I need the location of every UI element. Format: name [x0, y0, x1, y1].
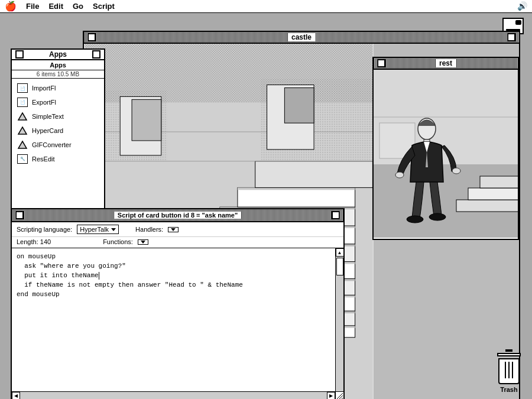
trash-handle: [505, 349, 512, 352]
simpletext-label: SimpleText: [32, 113, 64, 120]
svg-rect-29: [284, 88, 314, 124]
list-item[interactable]: HyperCard: [15, 124, 100, 138]
trash-lid: [497, 353, 521, 356]
apps-header: Apps: [12, 60, 104, 70]
svg-rect-20: [238, 187, 355, 207]
castle-close-button[interactable]: [87, 33, 96, 41]
script-body-container: on mouseUp ask "where are you going?" pu…: [12, 248, 343, 399]
script-controls-row2: Length: 140 Functions:: [12, 237, 343, 248]
apple-menu[interactable]: 🍎: [5, 1, 17, 12]
svg-point-42: [395, 172, 404, 178]
exportfl-icon: 📄: [15, 96, 30, 108]
apps-close-button[interactable]: [15, 50, 24, 59]
gifconverter-label: GIFConverter: [32, 141, 72, 148]
list-item[interactable]: 🔧 ResEdit: [15, 152, 100, 166]
castle-zoom-button[interactable]: [507, 33, 515, 41]
desktop: castle: [0, 13, 532, 399]
castle-titlebar[interactable]: castle: [84, 32, 519, 44]
rest-panel-title-text: rest: [436, 59, 456, 67]
menu-go[interactable]: Go: [73, 2, 83, 11]
svg-marker-46: [18, 113, 27, 120]
hypercard-label: HyperCard: [32, 127, 63, 134]
script-editor[interactable]: on mouseUp ask "where are you going?" pu…: [12, 248, 343, 352]
gifconverter-icon: [15, 139, 30, 151]
apps-subheader: 6 items 10.5 MB: [12, 70, 104, 79]
menu-script[interactable]: Script: [93, 2, 115, 11]
grow-box[interactable]: [335, 391, 343, 399]
svg-rect-21: [238, 187, 355, 190]
script-horizontal-scrollbar[interactable]: ◀ ▶: [12, 391, 335, 399]
list-item[interactable]: 📄 ExportFl: [15, 95, 100, 109]
script-title: Script of card button id 8 = "ask name": [114, 212, 241, 219]
simpletext-icon: [15, 111, 30, 122]
handlers-dropdown[interactable]: [168, 227, 179, 232]
scripting-language-dropdown[interactable]: HyperTalk: [77, 225, 119, 234]
menu-right-icons: 🔊: [517, 1, 527, 11]
rest-panel: rest: [372, 57, 519, 240]
functions-dropdown[interactable]: [138, 239, 148, 245]
importfl-icon: 📄: [15, 82, 30, 94]
svg-rect-36: [468, 188, 518, 200]
script-zoom-button[interactable]: [332, 211, 340, 219]
list-item[interactable]: 📄 ImportFl: [15, 81, 100, 95]
svg-point-44: [407, 216, 423, 223]
code-line-5: end mouseUp: [17, 290, 333, 299]
rest-panel-close[interactable]: [377, 59, 385, 67]
length-label: Length: 140: [17, 238, 51, 245]
svg-rect-31: [132, 99, 161, 141]
scripting-language-label: Scripting language:: [17, 226, 72, 233]
apps-titlebar[interactable]: Apps: [12, 50, 104, 60]
handlers-label: Handlers:: [135, 226, 163, 233]
functions-label: Functions:: [103, 238, 133, 245]
svg-rect-22: [255, 161, 373, 188]
code-line-3: put it into theName: [17, 271, 333, 280]
importfl-label: ImportFl: [32, 85, 56, 92]
menubar: 🍎 File Edit Go Script 🔊: [0, 0, 532, 13]
exportfl-label: ExportFl: [32, 99, 56, 106]
scroll-up-button[interactable]: ▲: [336, 248, 344, 257]
list-item[interactable]: GIFConverter: [15, 138, 100, 152]
menu-edit[interactable]: Edit: [48, 2, 63, 11]
svg-point-43: [452, 168, 460, 174]
menu-file[interactable]: File: [26, 2, 39, 11]
trash-body: [498, 358, 520, 384]
handlers-dropdown-arrow: [171, 228, 176, 231]
apps-title: Apps: [46, 50, 70, 59]
resedit-label: ResEdit: [32, 155, 55, 163]
resedit-icon: 🔧: [15, 153, 30, 165]
code-line-1: on mouseUp: [17, 252, 333, 261]
script-close-button[interactable]: [15, 211, 24, 219]
disk-notch: [515, 20, 521, 25]
script-controls-row1: Scripting language: HyperTalk Handlers:: [12, 222, 343, 237]
svg-marker-47: [18, 127, 27, 134]
svg-point-45: [429, 213, 446, 220]
text-cursor: [99, 272, 99, 280]
scroll-left-button[interactable]: ◀: [12, 392, 20, 400]
functions-dropdown-arrow: [141, 241, 145, 244]
script-vertical-scrollbar[interactable]: ▲ ▼: [335, 248, 343, 399]
apps-zoom-button[interactable]: [92, 50, 100, 59]
svg-rect-35: [456, 200, 518, 212]
apps-window: Apps Apps 6 items 10.5 MB 📄 ImportFl 📄: [11, 48, 105, 214]
scroll-thumb[interactable]: [336, 258, 343, 275]
scripting-language-dropdown-arrow: [111, 228, 116, 231]
hypercard-icon: [15, 125, 30, 137]
code-line-2: ask "where are you going?": [17, 261, 333, 271]
trash-label: Trash: [500, 386, 517, 393]
svg-rect-37: [480, 176, 518, 188]
code-line-4: if theName is not empty then answer "Hea…: [17, 280, 333, 290]
list-item[interactable]: SimpleText: [15, 109, 100, 124]
castle-title: castle: [288, 33, 315, 41]
rest-panel-titlebar[interactable]: rest: [374, 58, 518, 70]
script-window: Script of card button id 8 = "ask name" …: [11, 208, 345, 399]
trash-icon[interactable]: Trash: [494, 353, 524, 393]
apps-title-text: Apps: [50, 61, 66, 69]
svg-marker-48: [18, 141, 27, 148]
script-titlebar[interactable]: Script of card button id 8 = "ask name": [12, 209, 343, 222]
rest-panel-content: [374, 70, 518, 238]
scripting-language-value: HyperTalk: [80, 226, 109, 233]
apps-content: 📄 ImportFl 📄 ExportFl SimpleText: [12, 79, 104, 168]
scroll-right-button[interactable]: ▶: [327, 392, 335, 400]
character-svg: [374, 70, 518, 238]
trash-lines: [499, 362, 518, 385]
